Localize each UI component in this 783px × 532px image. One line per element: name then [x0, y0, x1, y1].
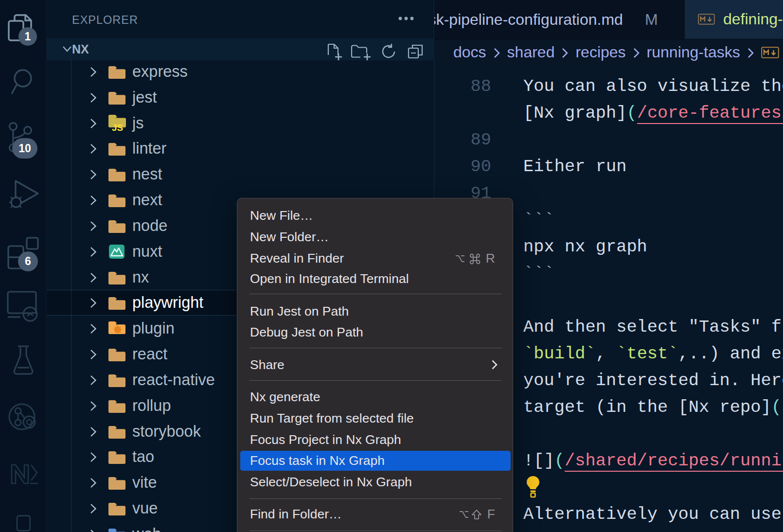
- svg-text:JS: JS: [112, 123, 123, 131]
